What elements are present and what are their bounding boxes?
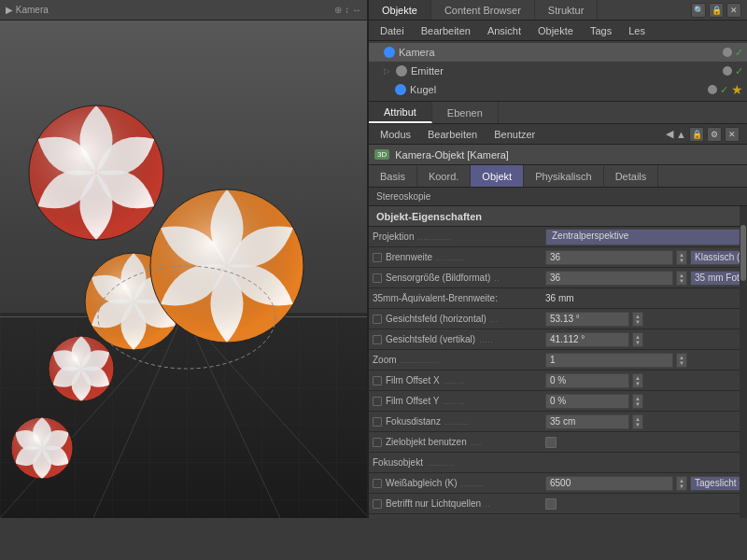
prop-35mm: 35mm-Äquivalent-Brennweite: 36 mm xyxy=(369,288,747,309)
x-icon[interactable]: ✕ xyxy=(725,127,740,142)
prop-tab-physikalisch[interactable]: Physikalisch xyxy=(524,165,604,187)
arrow-left-icon[interactable]: ◀ xyxy=(666,128,673,140)
lock2-icon[interactable]: 🔒 xyxy=(689,127,704,142)
gesichtsfeld-v-spinner[interactable]: ▲▼ xyxy=(632,332,643,347)
attr-menu-right-icons: ◀ ▲ 🔒 ⚙ ✕ xyxy=(666,127,743,142)
prop-betrifft: Betrifft nur Lichtquellen . . xyxy=(369,494,747,514)
prop-projektion: Projektion . . . . . . . . . . . . Zentr… xyxy=(369,227,747,247)
weissabgleich-preset[interactable]: Tageslicht (6500 K) xyxy=(690,476,747,491)
status-dot-gray3 xyxy=(708,85,717,94)
props-area[interactable]: Objekt-Eigenschaften Projektion . . . . … xyxy=(369,206,747,518)
tab-objekte[interactable]: Objekte xyxy=(369,0,431,20)
star-icon-kugel: ★ xyxy=(731,82,743,97)
menu-datei[interactable]: Datei xyxy=(373,23,412,38)
checkmark-kamera: ✓ xyxy=(735,47,743,59)
menu-les[interactable]: Les xyxy=(621,23,653,38)
zoom-input[interactable] xyxy=(545,353,673,368)
prop-tab-details[interactable]: Details xyxy=(604,165,659,187)
weissabgleich-spinner[interactable]: ▲▼ xyxy=(676,476,687,491)
tab-attribut[interactable]: Attribut xyxy=(369,102,432,123)
prop-tab-objekt[interactable]: Objekt xyxy=(471,165,524,187)
attr-tab-bar: Attribut Ebenen xyxy=(369,102,747,124)
menu-objekte[interactable]: Objekte xyxy=(530,23,581,38)
target-circle xyxy=(93,243,280,392)
checkbox-film-y[interactable] xyxy=(373,397,382,406)
status-dot-gray2 xyxy=(723,66,732,76)
zoom-spinner[interactable]: ▲▼ xyxy=(676,353,687,368)
brennweite-input[interactable] xyxy=(545,250,673,265)
tree-item-kamera[interactable]: Kamera ✓ xyxy=(369,43,747,62)
checkbox-film-x[interactable] xyxy=(373,376,382,385)
scrollbar[interactable] xyxy=(740,206,747,518)
status-dots-emitter: ✓ xyxy=(723,65,743,77)
checkbox-betrifft[interactable] xyxy=(373,499,382,509)
sensorgroesse-spinner[interactable]: ▲▼ xyxy=(676,271,687,286)
menu-bearbeiten[interactable]: Bearbeiten xyxy=(414,23,478,38)
prop-value-gesichtsfeld-v: ▲▼ xyxy=(545,332,743,347)
checkbox-weissabgleich[interactable] xyxy=(373,479,382,488)
menu-ansicht[interactable]: Ansicht xyxy=(480,23,529,38)
prop-brennweite: Brennweite . . . . . . . . . . ▲▼ Klassi… xyxy=(369,247,747,268)
checkbox-fokusdistanz[interactable] xyxy=(373,417,382,427)
film-offset-x-spinner[interactable]: ▲▼ xyxy=(632,373,643,388)
tree-item-emitter[interactable]: ▷ Emitter ✓ xyxy=(369,62,747,80)
prop-value-zielobjekt xyxy=(545,437,743,448)
tree-item-kugel[interactable]: Kugel ✓ ★ xyxy=(369,80,747,99)
close-icon[interactable]: ✕ xyxy=(726,3,741,18)
brennweite-preset[interactable]: Klassisch (36 mm) xyxy=(690,250,747,265)
prop-label-zoom: Zoom . . . . . . . . . . . . . . xyxy=(373,355,545,365)
stereoskopie-tab[interactable]: Stereoskopie xyxy=(369,188,747,206)
film-offset-x-input[interactable] xyxy=(545,373,629,388)
tab-ebenen[interactable]: Ebenen xyxy=(432,102,499,123)
scrollbar-thumb[interactable] xyxy=(740,225,746,281)
sensorgroesse-preset[interactable]: 35 mm Foto (36.0 mm) xyxy=(690,271,747,286)
object-icon-camera xyxy=(384,47,395,58)
betrifft-checkbox[interactable] xyxy=(545,498,557,510)
prop-tab-basis[interactable]: Basis xyxy=(369,165,417,187)
prop-label-35mm: 35mm-Äquivalent-Brennweite: xyxy=(373,293,545,303)
prop-tabs: Basis Koord. Objekt Physikalisch Details xyxy=(369,165,747,188)
gesichtsfeld-v-input[interactable] xyxy=(545,332,629,347)
menu-tags[interactable]: Tags xyxy=(583,23,619,38)
prop-tab-koord[interactable]: Koord. xyxy=(417,165,471,187)
status-dots-kugel: ✓ ★ xyxy=(708,82,743,97)
ball-red-tiny xyxy=(9,415,75,481)
checkmark-emitter: ✓ xyxy=(735,65,743,77)
tab-content-browser[interactable]: Content Browser xyxy=(431,0,535,20)
checkbox-gesichtsfeld-v[interactable] xyxy=(373,335,382,344)
attr-menu-modus[interactable]: Modus xyxy=(373,127,418,142)
checkbox-sensorgroesse[interactable] xyxy=(373,273,382,283)
prop-zoom: Zoom . . . . . . . . . . . . . . ▲▼ xyxy=(369,350,747,371)
gesichtsfeld-h-spinner[interactable]: ▲▼ xyxy=(632,312,643,327)
brennweite-spinner[interactable]: ▲▼ xyxy=(676,250,687,265)
projektion-dropdown[interactable]: Zentralperspektive xyxy=(545,229,743,245)
film-offset-y-input[interactable] xyxy=(545,394,629,409)
zielobjekt-checkbox[interactable] xyxy=(545,437,557,448)
attr-menu-benutzer[interactable]: Benutzer xyxy=(486,127,543,142)
prop-label-projektion: Projektion . . . . . . . . . . . . xyxy=(373,231,545,242)
prop-fokusobjekt: Fokusobjekt . . . . . . . . . . xyxy=(369,453,747,473)
tab-struktur[interactable]: Struktur xyxy=(535,0,599,20)
prop-value-zoom: ▲▼ xyxy=(545,353,743,368)
prop-label-film-offset-y: Film Offset Y . . . . . . . . xyxy=(373,396,545,406)
gesichtsfeld-h-input[interactable] xyxy=(545,312,629,327)
prop-film-offset-x: Film Offset X . . . . . . . . ▲▼ xyxy=(369,371,747,391)
checkbox-gesichtsfeld-h[interactable] xyxy=(373,315,382,324)
fokusdistanz-input[interactable] xyxy=(545,414,629,429)
search-icon[interactable]: 🔍 xyxy=(691,3,706,18)
weissabgleich-input[interactable] xyxy=(545,476,673,491)
gear-icon[interactable]: ⚙ xyxy=(707,127,722,142)
prop-value-fokusdistanz: ▲▼ xyxy=(545,414,743,429)
arrow-up-icon[interactable]: ▲ xyxy=(676,129,686,140)
film-offset-y-spinner[interactable]: ▲▼ xyxy=(632,394,643,409)
checkbox-brennweite[interactable] xyxy=(373,253,382,262)
sensorgroesse-input[interactable] xyxy=(545,271,673,286)
status-dot-gray xyxy=(723,48,732,57)
fokusdistanz-spinner[interactable]: ▲▼ xyxy=(632,414,643,429)
checkbox-zielobjekt[interactable] xyxy=(373,438,382,447)
lock-icon[interactable]: 🔒 xyxy=(709,3,724,18)
attr-menu-bearbeiten[interactable]: Bearbeiten xyxy=(420,127,485,142)
ball-red-large xyxy=(26,103,166,243)
obj-title: Kamera-Objekt [Kamera] xyxy=(395,149,509,161)
prop-value-sensorgroesse: ▲▼ 35 mm Foto (36.0 mm) xyxy=(545,271,747,286)
